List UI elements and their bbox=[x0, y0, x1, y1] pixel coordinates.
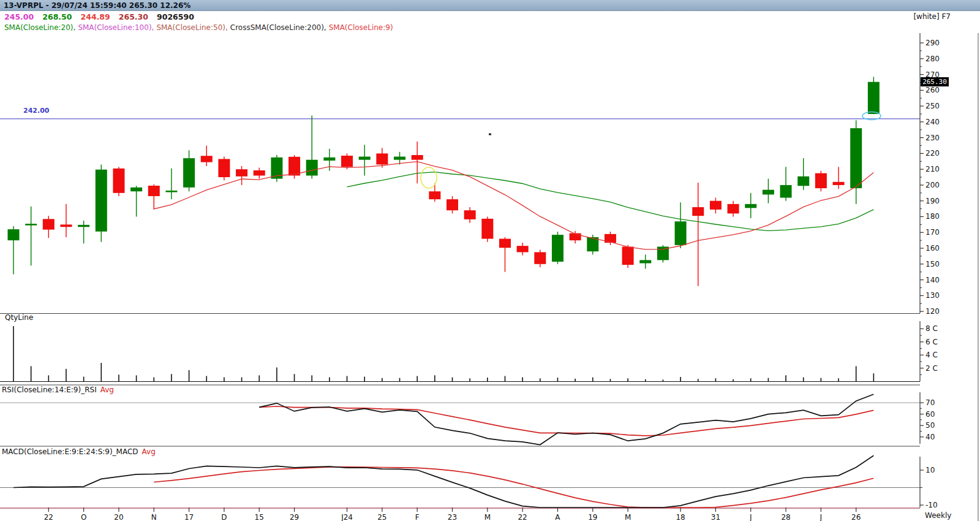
candle-body bbox=[464, 210, 476, 219]
rsi-axis[interactable]: 70605040 bbox=[920, 392, 935, 444]
x-tick-label: N bbox=[151, 513, 157, 521]
candle-body bbox=[78, 225, 89, 227]
x-tick-label: 22 bbox=[518, 513, 527, 521]
price-tick-label: 120 bbox=[925, 307, 940, 316]
last-price-tag: 265.30 bbox=[921, 77, 949, 86]
price-tick-label: 260 bbox=[925, 86, 940, 94]
candle-body bbox=[815, 173, 827, 188]
x-tick-label: 29 bbox=[290, 513, 299, 521]
volume-tick-label: 4 C bbox=[925, 351, 938, 359]
x-tick-label: 22 bbox=[44, 513, 53, 521]
candle-body bbox=[183, 158, 195, 188]
price-tick-label: 170 bbox=[925, 228, 940, 237]
candle-body bbox=[236, 169, 247, 177]
price-tick-label: 190 bbox=[925, 197, 940, 205]
macd-tick-label: 10 bbox=[925, 466, 935, 474]
dot-annotation[interactable] bbox=[489, 134, 491, 135]
x-tick-label: J bbox=[749, 513, 752, 521]
price-tick-label: 140 bbox=[925, 276, 940, 284]
macd-signal-line bbox=[154, 467, 873, 508]
x-tick-label: 26 bbox=[851, 513, 861, 521]
candle-body bbox=[639, 260, 651, 263]
candle-body bbox=[780, 185, 792, 198]
rsi-line bbox=[259, 394, 873, 444]
candlesticks[interactable] bbox=[8, 77, 880, 286]
rsi-avg-label: Avg bbox=[100, 386, 114, 394]
price-tick-label: 150 bbox=[925, 260, 940, 268]
candle-body bbox=[165, 191, 177, 192]
candle-body bbox=[323, 158, 335, 161]
candle-body bbox=[797, 177, 809, 186]
candle-body bbox=[376, 153, 388, 164]
candle-body bbox=[96, 170, 107, 232]
candle-body bbox=[728, 204, 739, 213]
candle-body bbox=[429, 191, 440, 199]
price-axis[interactable]: 1201301401501601701801902002102202302402… bbox=[920, 33, 940, 316]
candle-body bbox=[710, 201, 722, 210]
candle-body bbox=[60, 224, 72, 227]
price-tick-label: 130 bbox=[925, 291, 940, 300]
yellow-ellipse-annotation[interactable] bbox=[421, 167, 437, 188]
rsi-tick-label: 60 bbox=[925, 410, 935, 419]
rsi-panel-label[interactable]: RSI(CloseLine:14:E:9)_RSIAvg bbox=[2, 386, 114, 394]
macd-panel-label[interactable]: MACD(CloseLine:E:9:E:24:S:9)_MACDAvg bbox=[2, 447, 156, 456]
candle-body bbox=[499, 239, 511, 248]
x-tick-label: J bbox=[820, 513, 823, 521]
chart-canvas[interactable]: 1201301401501601701801902002102202302402… bbox=[0, 0, 980, 521]
x-tick-label: 28 bbox=[781, 513, 790, 521]
volume-tick-label: 8 C bbox=[925, 324, 938, 333]
price-tick-label: 160 bbox=[925, 244, 940, 253]
candle-body bbox=[868, 82, 880, 114]
candle-body bbox=[288, 157, 300, 176]
candle-body bbox=[218, 159, 230, 177]
volume-axis[interactable]: 8 C6 C4 C2 C bbox=[920, 321, 938, 381]
price-tick-label: 250 bbox=[925, 102, 940, 110]
rsi-tick-label: 40 bbox=[925, 433, 935, 441]
volume-tick-label: 2 C bbox=[925, 364, 938, 373]
candle-body bbox=[306, 160, 318, 176]
x-tick-label: 17 bbox=[184, 513, 194, 521]
x-tick-label: D bbox=[221, 513, 227, 521]
price-tick-label: 290 bbox=[925, 39, 940, 47]
timeframe-label[interactable]: Weekly bbox=[925, 511, 951, 520]
macd-tick-label: -10 bbox=[925, 501, 938, 509]
x-tick-label: A bbox=[555, 513, 560, 521]
candle-body bbox=[745, 204, 756, 208]
candle-body bbox=[25, 224, 37, 226]
candle-body bbox=[412, 155, 423, 160]
macd-panel-lines bbox=[13, 455, 873, 508]
price-tick-label: 230 bbox=[925, 134, 940, 142]
candle-body bbox=[359, 157, 371, 160]
macd-axis[interactable]: 10-10 bbox=[920, 457, 938, 509]
candle-body bbox=[534, 252, 546, 264]
candle-body bbox=[394, 157, 405, 160]
rsi-tick-label: 70 bbox=[925, 398, 935, 407]
candle-body bbox=[201, 156, 213, 162]
candle-body bbox=[692, 207, 704, 216]
rsi-tick-label: 50 bbox=[925, 421, 935, 430]
x-tick-label: M bbox=[625, 513, 631, 521]
price-tick-label: 180 bbox=[925, 212, 940, 221]
candle-body bbox=[517, 246, 529, 252]
volume-tick-label: 6 C bbox=[925, 338, 938, 346]
candle-body bbox=[833, 182, 845, 185]
rsi-panel-lines bbox=[259, 394, 873, 444]
price-tick-label: 210 bbox=[925, 165, 940, 173]
x-tick-label: J24 bbox=[341, 513, 353, 521]
x-axis-labels[interactable]: 22O20N17D1529J2425F23M22A19M1831J28J26 bbox=[44, 508, 861, 521]
candle-body bbox=[552, 235, 564, 262]
candle-body bbox=[447, 199, 458, 210]
x-tick-label: 15 bbox=[255, 513, 264, 521]
volume-panel-label[interactable]: QtyLine bbox=[5, 313, 33, 322]
drawn-annotations[interactable] bbox=[421, 112, 881, 189]
price-tick-label: 220 bbox=[925, 149, 940, 158]
x-tick-label: 31 bbox=[711, 513, 720, 521]
level-line-label[interactable]: 242.00 bbox=[23, 107, 49, 115]
candle-body bbox=[130, 188, 142, 191]
sma20-line bbox=[347, 172, 874, 231]
candle-body bbox=[43, 219, 55, 229]
x-tick-label: O bbox=[81, 513, 86, 521]
candle-body bbox=[148, 186, 160, 196]
price-tick-label: 240 bbox=[925, 118, 940, 126]
charting-app-window: 13-VPRPL - 29/07/24 15:59:40 265.30 12.2… bbox=[0, 0, 980, 521]
